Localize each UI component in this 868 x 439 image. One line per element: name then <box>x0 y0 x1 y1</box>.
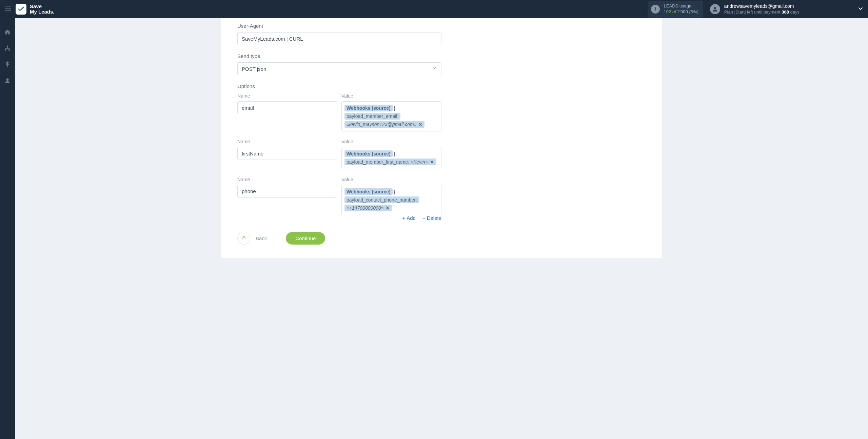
option-name-input[interactable] <box>237 185 337 198</box>
option-name-input[interactable] <box>237 147 337 160</box>
option-name-col: Name <box>237 177 337 215</box>
delete-option-button[interactable]: − Delete <box>422 215 441 221</box>
home-icon[interactable] <box>4 28 11 35</box>
logo-text: Save My Leads. <box>30 4 55 15</box>
value-tag-value: «kevin_mayson123@gmail.com» ✕ <box>344 121 425 128</box>
leads-usage-box[interactable]: i LEADS usage: 102 of 2'000 (5%) <box>648 1 703 18</box>
option-value-col: Value Webhooks (source) | payload_member… <box>341 93 441 131</box>
header: Save My Leads. i LEADS usage: 102 of 2'0… <box>0 0 868 18</box>
footer-buttons: Back Continue <box>237 232 441 245</box>
plus-icon: + <box>402 215 405 221</box>
hamburger-icon[interactable] <box>5 5 12 14</box>
send-type-select[interactable] <box>237 62 441 75</box>
user-agent-input[interactable] <box>237 32 441 45</box>
option-value-box[interactable]: Webhooks (source) | payload_member_email… <box>341 101 441 131</box>
avatar-icon <box>710 4 720 14</box>
value-col-label: Value <box>341 139 441 144</box>
options-label: Options <box>237 83 441 89</box>
continue-button[interactable]: Continue <box>286 232 325 245</box>
logo[interactable]: Save My Leads. <box>16 4 55 15</box>
sidebar <box>0 18 15 258</box>
value-tag-path: payload_member_email: <box>344 113 400 120</box>
option-row: Name Value Webhooks (source) | payload_m… <box>237 93 441 131</box>
user-text: andrewsavemyleads@gmail.com Plan |Start|… <box>724 3 800 15</box>
leads-usage-text: LEADS usage: 102 of 2'000 (5%) <box>664 3 698 15</box>
option-value-col: Value Webhooks (source) | payload_member… <box>341 139 441 169</box>
value-col-label: Value <box>341 93 441 99</box>
logo-check-icon <box>16 4 26 15</box>
tag-remove-icon[interactable]: ✕ <box>386 205 390 211</box>
svg-rect-1 <box>7 46 8 47</box>
value-col-label: Value <box>341 177 441 182</box>
add-option-button[interactable]: + Add <box>402 215 415 221</box>
option-row: Name Value Webhooks (source) | payload_c… <box>237 177 441 215</box>
tag-remove-icon[interactable]: ✕ <box>418 122 422 127</box>
form-area: User-Agent Send type Options Name Value <box>221 18 441 245</box>
svg-point-0 <box>714 7 716 9</box>
option-name-col: Name <box>237 139 337 169</box>
value-tag-path: payload_member_first_name: «Kevin» ✕ <box>344 159 436 165</box>
user-agent-label: User-Agent <box>237 23 441 29</box>
value-tag-source: Webhooks (source) <box>344 188 393 195</box>
name-col-label: Name <box>237 93 337 99</box>
back-label: Back <box>256 235 267 241</box>
value-tag-value: «+14700000000» ✕ <box>344 205 392 211</box>
value-tag-path: payload_contact_phone_number: <box>344 196 419 203</box>
option-value-box[interactable]: Webhooks (source) | payload_contact_phon… <box>341 185 441 215</box>
dollar-icon[interactable] <box>4 61 11 68</box>
svg-rect-2 <box>5 49 7 51</box>
option-name-input[interactable] <box>237 101 337 114</box>
header-right: i LEADS usage: 102 of 2'000 (5%) andrews… <box>648 1 863 18</box>
svg-point-4 <box>6 78 9 81</box>
info-icon: i <box>651 5 660 14</box>
user-block[interactable]: andrewsavemyleads@gmail.com Plan |Start|… <box>710 3 863 15</box>
name-col-label: Name <box>237 177 337 182</box>
option-row: Name Value Webhooks (source) | payload_m… <box>237 139 441 169</box>
name-col-label: Name <box>237 139 337 144</box>
sitemap-icon[interactable] <box>4 45 11 51</box>
send-type-label: Send type <box>237 53 441 59</box>
minus-icon: − <box>422 215 426 221</box>
main: User-Agent Send type Options Name Value <box>15 18 868 258</box>
value-tag-source: Webhooks (source) <box>344 150 393 157</box>
value-tag-source: Webhooks (source) <box>344 105 393 111</box>
form-panel: User-Agent Send type Options Name Value <box>221 18 662 258</box>
back-button[interactable] <box>237 232 250 245</box>
option-actions: + Add − Delete <box>237 215 441 221</box>
user-icon[interactable] <box>4 77 11 84</box>
chevron-down-icon[interactable] <box>858 6 863 13</box>
option-name-col: Name <box>237 93 337 131</box>
option-value-col: Value Webhooks (source) | payload_contac… <box>341 177 441 215</box>
send-type-select-wrap <box>237 62 441 75</box>
option-value-box[interactable]: Webhooks (source) | payload_member_first… <box>341 147 441 169</box>
svg-rect-3 <box>8 49 10 51</box>
tag-remove-icon[interactable]: ✕ <box>430 159 434 165</box>
